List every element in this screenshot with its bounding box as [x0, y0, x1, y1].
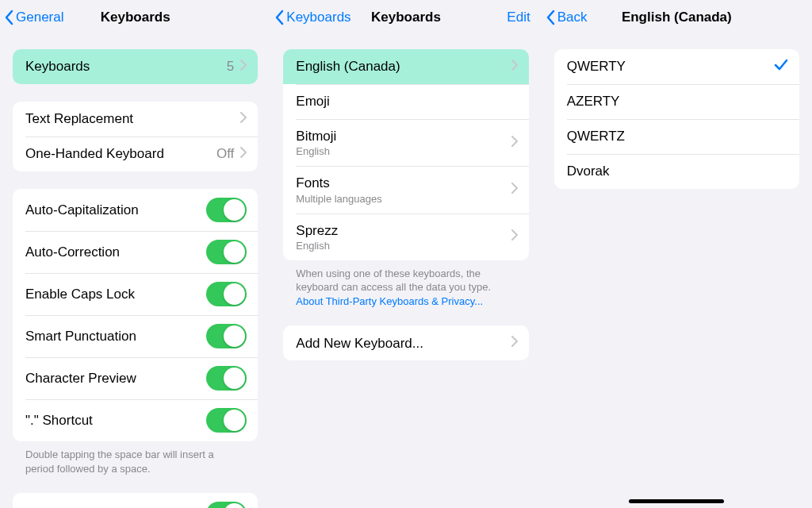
back-label: General	[16, 10, 63, 25]
row-label: Fonts	[296, 175, 381, 191]
text-group: Text Replacement One-Handed Keyboard Off	[13, 102, 258, 171]
row-label: Dvorak	[567, 163, 610, 179]
chevron-right-icon	[240, 112, 247, 126]
back-button[interactable]: Keyboards	[275, 10, 350, 25]
add-keyboard-group: Add New Keyboard...	[283, 325, 528, 360]
row-label: AZERTY	[567, 93, 620, 110]
row-label: "." Shortcut	[25, 412, 93, 429]
row-label: Enable Caps Lock	[25, 286, 135, 302]
enable-dictation-row: Enable Dictation	[13, 493, 258, 508]
chevron-left-icon	[275, 10, 285, 25]
settings-keyboards-pane: General Keyboards Keyboards 5 Text Repla…	[0, 0, 270, 508]
row-label: QWERTZ	[567, 128, 625, 144]
row-sublabel: English	[296, 240, 338, 252]
navbar: General Keyboards	[0, 0, 270, 35]
privacy-footer: When using one of these keyboards, the k…	[283, 260, 528, 309]
row-label: Text Replacement	[25, 110, 133, 127]
chevron-right-icon	[240, 60, 247, 74]
footer-text: When using one of these keyboards, the k…	[296, 267, 491, 294]
keyboards-group: Keyboards 5	[13, 49, 258, 84]
layout-row[interactable]: QWERTZ	[554, 119, 799, 154]
row-sublabel: Multiple languages	[296, 193, 381, 205]
row-label: Auto-Capitalization	[25, 202, 139, 218]
row-label: One-Handed Keyboard	[25, 145, 164, 162]
page-title: Keyboards	[371, 10, 441, 25]
back-button[interactable]: General	[5, 10, 63, 25]
layout-select-pane: Back English (Canada) QWERTYAZERTYQWERTZ…	[542, 0, 812, 508]
scroll-content[interactable]: QWERTYAZERTYQWERTZDvorak	[542, 35, 812, 508]
navbar: Back English (Canada)	[542, 0, 812, 35]
caps-lock-toggle[interactable]	[206, 282, 247, 306]
back-label: Keyboards	[286, 10, 350, 25]
chevron-right-icon	[240, 147, 247, 161]
row-label: Add New Keyboard...	[296, 335, 423, 352]
chevron-right-icon	[511, 136, 518, 150]
row-label: English (Canada)	[296, 58, 400, 75]
row-label: QWERTY	[567, 58, 626, 75]
dot-shortcut-toggle[interactable]	[206, 408, 247, 433]
smart-punctuation-row: Smart Punctuation	[13, 315, 258, 357]
layout-row[interactable]: AZERTY	[554, 84, 799, 119]
layouts-group: QWERTYAZERTYQWERTZDvorak	[554, 49, 799, 189]
toggles-footer: Double tapping the space bar will insert…	[13, 441, 258, 475]
chevron-right-icon	[511, 60, 518, 74]
back-label: Back	[557, 10, 588, 25]
auto-capitalization-toggle[interactable]	[206, 198, 247, 222]
installed-keyboards-group: English (Canada)EmojiBitmojiEnglishFonts…	[283, 49, 528, 260]
page-title: Keyboards	[101, 10, 170, 25]
privacy-link[interactable]: About Third-Party Keyboards & Privacy...	[296, 295, 483, 307]
row-label: Sprezz	[296, 222, 338, 239]
character-preview-row: Character Preview	[13, 357, 258, 399]
page-title: English (Canada)	[622, 10, 732, 25]
dictation-group: Enable Dictation Auto-Punctuation Dictat…	[13, 493, 258, 508]
edit-button[interactable]: Edit	[507, 10, 530, 25]
keyboards-count: 5	[227, 59, 234, 75]
keyboard-row[interactable]: English (Canada)	[283, 49, 528, 84]
row-label: Keyboards	[25, 58, 90, 75]
scroll-content[interactable]: Keyboards 5 Text Replacement One-Handed …	[0, 35, 270, 508]
chevron-right-icon	[511, 336, 518, 350]
scroll-content[interactable]: English (Canada)EmojiBitmojiEnglishFonts…	[270, 35, 541, 508]
chevron-right-icon	[511, 183, 518, 197]
back-button[interactable]: Back	[546, 10, 588, 25]
chevron-left-icon	[546, 10, 556, 25]
typing-toggles-group: Auto-Capitalization Auto-Correction Enab…	[13, 189, 258, 441]
keyboards-row[interactable]: Keyboards 5	[13, 49, 258, 84]
one-handed-value: Off	[216, 146, 234, 162]
keyboard-list-pane: Keyboards Keyboards Edit English (Canada…	[270, 0, 541, 508]
text-replacement-row[interactable]: Text Replacement	[13, 102, 258, 137]
keyboard-row[interactable]: FontsMultiple languages	[283, 166, 528, 213]
row-label: Smart Punctuation	[25, 328, 136, 344]
layout-row[interactable]: QWERTY	[554, 49, 799, 84]
auto-correction-row: Auto-Correction	[13, 231, 258, 273]
row-sublabel: English	[296, 145, 336, 157]
layout-row[interactable]: Dvorak	[554, 154, 799, 189]
row-label: Bitmoji	[296, 128, 336, 144]
smart-punctuation-toggle[interactable]	[206, 324, 247, 348]
navbar: Keyboards Keyboards Edit	[270, 0, 541, 35]
chevron-left-icon	[5, 10, 14, 25]
character-preview-toggle[interactable]	[206, 366, 247, 391]
row-label: Emoji	[296, 93, 330, 110]
dot-shortcut-row: "." Shortcut	[13, 399, 258, 441]
row-label: Character Preview	[25, 370, 136, 387]
one-handed-row[interactable]: One-Handed Keyboard Off	[13, 137, 258, 171]
row-label: Auto-Correction	[25, 244, 120, 260]
add-new-keyboard-row[interactable]: Add New Keyboard...	[283, 325, 528, 360]
chevron-right-icon	[511, 229, 518, 244]
checkmark-icon	[774, 59, 788, 75]
auto-capitalization-row: Auto-Capitalization	[13, 189, 258, 231]
caps-lock-row: Enable Caps Lock	[13, 273, 258, 315]
keyboard-row[interactable]: SprezzEnglish	[283, 214, 528, 260]
enable-dictation-toggle[interactable]	[206, 502, 247, 508]
home-indicator[interactable]	[629, 499, 724, 503]
auto-correction-toggle[interactable]	[206, 240, 247, 264]
keyboard-row[interactable]: BitmojiEnglish	[283, 119, 528, 166]
keyboard-row[interactable]: Emoji	[283, 84, 528, 119]
